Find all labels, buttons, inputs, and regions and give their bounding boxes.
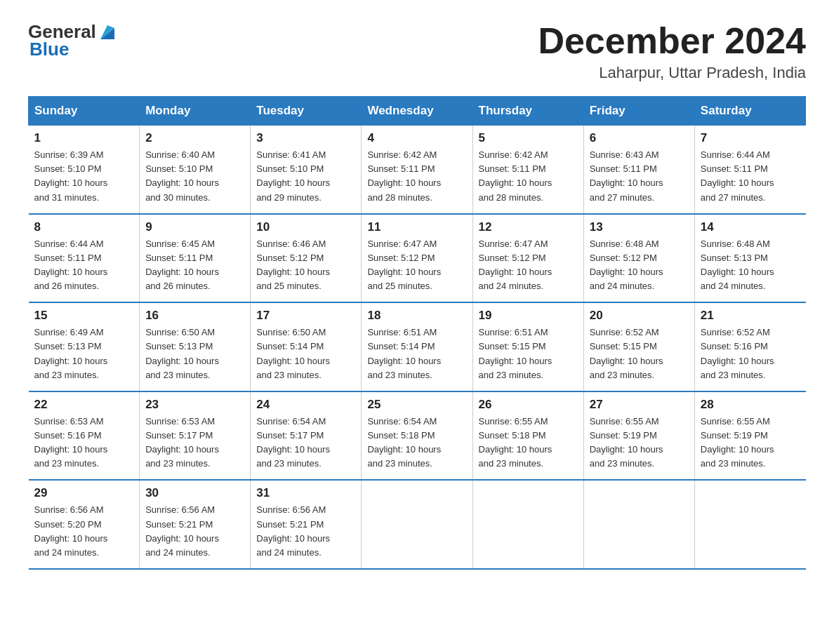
week-row-2: 8 Sunrise: 6:44 AMSunset: 5:11 PMDayligh… [29,214,806,303]
day-number: 11 [367,220,466,234]
day-info: Sunrise: 6:48 AMSunset: 5:13 PMDaylight:… [701,237,800,294]
day-cell: 14 Sunrise: 6:48 AMSunset: 5:13 PMDaylig… [694,214,805,303]
day-info: Sunrise: 6:54 AMSunset: 5:18 PMDaylight:… [367,415,466,471]
day-number: 19 [479,309,578,323]
week-row-4: 22 Sunrise: 6:53 AMSunset: 5:16 PMDaylig… [29,391,806,481]
day-info: Sunrise: 6:50 AMSunset: 5:13 PMDaylight:… [145,326,244,382]
day-number: 31 [256,486,355,500]
calendar-title: December 2024 [538,21,806,61]
day-number: 16 [145,309,244,323]
day-cell [472,480,583,569]
day-number: 8 [34,220,134,234]
day-info: Sunrise: 6:41 AMSunset: 5:10 PMDaylight:… [256,148,355,205]
day-number: 4 [367,131,466,145]
header-tuesday: Tuesday [251,97,362,126]
day-info: Sunrise: 6:43 AMSunset: 5:11 PMDaylight:… [590,148,689,205]
day-number: 14 [701,220,800,234]
day-cell: 28 Sunrise: 6:55 AMSunset: 5:19 PMDaylig… [694,391,805,481]
day-number: 21 [701,309,800,323]
day-cell: 3 Sunrise: 6:41 AMSunset: 5:10 PMDayligh… [251,126,362,214]
header-wednesday: Wednesday [362,97,472,126]
day-cell: 30 Sunrise: 6:56 AMSunset: 5:21 PMDaylig… [140,480,251,569]
day-cell: 23 Sunrise: 6:53 AMSunset: 5:17 PMDaylig… [140,391,251,481]
day-info: Sunrise: 6:51 AMSunset: 5:14 PMDaylight:… [367,326,466,382]
day-number: 1 [34,131,134,145]
day-cell [694,480,805,569]
day-number: 27 [590,398,689,412]
day-cell: 13 Sunrise: 6:48 AMSunset: 5:12 PMDaylig… [583,214,694,303]
day-cell: 27 Sunrise: 6:55 AMSunset: 5:19 PMDaylig… [583,391,694,481]
day-info: Sunrise: 6:53 AMSunset: 5:17 PMDaylight:… [145,415,244,471]
day-number: 2 [145,131,244,145]
day-number: 3 [256,131,355,145]
day-number: 20 [590,309,689,323]
day-info: Sunrise: 6:46 AMSunset: 5:12 PMDaylight:… [256,237,355,294]
day-cell: 19 Sunrise: 6:51 AMSunset: 5:15 PMDaylig… [472,302,583,391]
day-info: Sunrise: 6:56 AMSunset: 5:20 PMDaylight:… [34,503,134,560]
header-monday: Monday [140,97,251,126]
day-info: Sunrise: 6:44 AMSunset: 5:11 PMDaylight:… [701,148,800,205]
day-cell: 17 Sunrise: 6:50 AMSunset: 5:14 PMDaylig… [251,302,362,391]
day-cell: 10 Sunrise: 6:46 AMSunset: 5:12 PMDaylig… [251,214,362,303]
day-cell: 29 Sunrise: 6:56 AMSunset: 5:20 PMDaylig… [29,480,140,569]
day-number: 24 [256,398,355,412]
day-info: Sunrise: 6:42 AMSunset: 5:11 PMDaylight:… [367,148,466,205]
day-info: Sunrise: 6:42 AMSunset: 5:11 PMDaylight:… [479,148,578,205]
day-cell: 24 Sunrise: 6:54 AMSunset: 5:17 PMDaylig… [251,391,362,481]
calendar-table: SundayMondayTuesdayWednesdayThursdayFrid… [28,96,806,570]
day-cell: 8 Sunrise: 6:44 AMSunset: 5:11 PMDayligh… [29,214,140,303]
day-cell: 16 Sunrise: 6:50 AMSunset: 5:13 PMDaylig… [140,302,251,391]
day-number: 18 [367,309,466,323]
day-cell: 26 Sunrise: 6:55 AMSunset: 5:18 PMDaylig… [472,391,583,481]
day-cell: 2 Sunrise: 6:40 AMSunset: 5:10 PMDayligh… [140,126,251,214]
header-saturday: Saturday [694,97,805,126]
day-cell: 1 Sunrise: 6:39 AMSunset: 5:10 PMDayligh… [29,126,140,214]
day-cell: 31 Sunrise: 6:56 AMSunset: 5:21 PMDaylig… [251,480,362,569]
day-info: Sunrise: 6:45 AMSunset: 5:11 PMDaylight:… [145,237,244,294]
day-cell [362,480,472,569]
day-info: Sunrise: 6:39 AMSunset: 5:10 PMDaylight:… [34,148,134,205]
calendar-body: 1 Sunrise: 6:39 AMSunset: 5:10 PMDayligh… [29,126,806,569]
day-number: 6 [590,131,689,145]
day-info: Sunrise: 6:40 AMSunset: 5:10 PMDaylight:… [145,148,244,205]
day-number: 29 [34,486,134,500]
day-cell: 22 Sunrise: 6:53 AMSunset: 5:16 PMDaylig… [29,391,140,481]
day-cell: 12 Sunrise: 6:47 AMSunset: 5:12 PMDaylig… [472,214,583,303]
day-info: Sunrise: 6:55 AMSunset: 5:19 PMDaylight:… [701,415,800,471]
day-number: 22 [34,398,134,412]
day-number: 30 [145,486,244,500]
logo-text-blue: Blue [29,39,117,60]
header-sunday: Sunday [29,97,140,126]
day-info: Sunrise: 6:55 AMSunset: 5:18 PMDaylight:… [479,415,578,471]
title-block: December 2024 Laharpur, Uttar Pradesh, I… [538,21,806,82]
week-row-3: 15 Sunrise: 6:49 AMSunset: 5:13 PMDaylig… [29,302,806,391]
day-number: 10 [256,220,355,234]
day-cell: 9 Sunrise: 6:45 AMSunset: 5:11 PMDayligh… [140,214,251,303]
day-cell: 5 Sunrise: 6:42 AMSunset: 5:11 PMDayligh… [472,126,583,214]
day-number: 26 [479,398,578,412]
day-cell: 25 Sunrise: 6:54 AMSunset: 5:18 PMDaylig… [362,391,472,481]
day-cell: 6 Sunrise: 6:43 AMSunset: 5:11 PMDayligh… [583,126,694,214]
day-cell: 15 Sunrise: 6:49 AMSunset: 5:13 PMDaylig… [29,302,140,391]
day-info: Sunrise: 6:49 AMSunset: 5:13 PMDaylight:… [34,326,134,382]
day-number: 17 [256,309,355,323]
day-cell: 20 Sunrise: 6:52 AMSunset: 5:15 PMDaylig… [583,302,694,391]
day-info: Sunrise: 6:48 AMSunset: 5:12 PMDaylight:… [590,237,689,294]
logo: General Blue [28,21,117,60]
day-number: 15 [34,309,134,323]
day-number: 9 [145,220,244,234]
day-info: Sunrise: 6:52 AMSunset: 5:15 PMDaylight:… [590,326,689,382]
day-info: Sunrise: 6:54 AMSunset: 5:17 PMDaylight:… [256,415,355,471]
day-info: Sunrise: 6:50 AMSunset: 5:14 PMDaylight:… [256,326,355,382]
day-info: Sunrise: 6:44 AMSunset: 5:11 PMDaylight:… [34,237,134,294]
day-cell [583,480,694,569]
day-number: 13 [590,220,689,234]
week-row-1: 1 Sunrise: 6:39 AMSunset: 5:10 PMDayligh… [29,126,806,214]
day-cell: 11 Sunrise: 6:47 AMSunset: 5:12 PMDaylig… [362,214,472,303]
header-thursday: Thursday [472,97,583,126]
day-number: 25 [367,398,466,412]
day-info: Sunrise: 6:55 AMSunset: 5:19 PMDaylight:… [590,415,689,471]
week-row-5: 29 Sunrise: 6:56 AMSunset: 5:20 PMDaylig… [29,480,806,569]
day-cell: 21 Sunrise: 6:52 AMSunset: 5:16 PMDaylig… [694,302,805,391]
header-row: SundayMondayTuesdayWednesdayThursdayFrid… [29,97,806,126]
